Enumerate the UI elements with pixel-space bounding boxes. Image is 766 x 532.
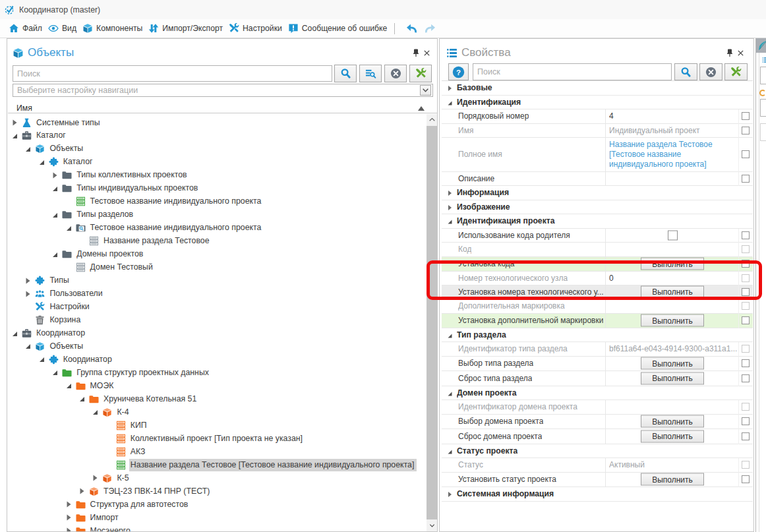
tree-item-label[interactable]: Мосэнерго bbox=[89, 525, 133, 531]
objects-search-input[interactable]: Поиск bbox=[13, 65, 332, 82]
row-checkbox[interactable] bbox=[742, 127, 750, 134]
tree-expander-expanded-icon[interactable] bbox=[9, 328, 20, 339]
tree-item-label[interactable]: Тестовое название индивидуального проект… bbox=[89, 222, 264, 234]
tree-item-label[interactable]: ТЭЦ-23 ПВК-14 ПНР (ТЕСТ) bbox=[102, 485, 212, 498]
row-checkbox[interactable] bbox=[742, 260, 750, 268]
tree-item[interactable]: Название раздела Тестовое bbox=[8, 235, 433, 248]
tree-expander-collapsed-icon[interactable] bbox=[63, 512, 74, 523]
tree-item[interactable]: Тестовое название индивидуального проект… bbox=[8, 222, 433, 235]
tree-item-label[interactable]: Типы bbox=[48, 274, 71, 287]
pin-icon[interactable] bbox=[726, 49, 734, 57]
tree-item-label[interactable]: Типы разделов bbox=[75, 208, 136, 221]
tree-expander-expanded-icon[interactable] bbox=[76, 394, 87, 404]
tree-item-label[interactable]: Пользователи bbox=[48, 287, 105, 300]
row-checkbox[interactable] bbox=[742, 403, 750, 411]
tree-item[interactable]: Типы коллективных проектов bbox=[8, 169, 433, 182]
property-row[interactable]: Использование кода родителя bbox=[442, 229, 753, 243]
group-expander-collapsed-icon[interactable] bbox=[446, 189, 453, 196]
property-row[interactable]: Идентификатор типа разделаbf611a64-e043-… bbox=[442, 342, 753, 357]
value-checkbox[interactable] bbox=[668, 230, 678, 240]
row-checkbox[interactable] bbox=[742, 432, 750, 440]
scroll-up-button[interactable] bbox=[427, 114, 437, 125]
property-group-row[interactable]: Изображение bbox=[442, 200, 753, 215]
tree-scrollbar[interactable] bbox=[427, 114, 437, 531]
tree-item-label[interactable]: К-4 bbox=[115, 406, 131, 419]
property-row[interactable]: Установить статус проектаВыполнить bbox=[442, 473, 753, 488]
property-group-row[interactable]: Идентификация bbox=[442, 96, 753, 110]
toolbar-item-3[interactable]: Компоненты bbox=[82, 23, 142, 34]
tree-item[interactable]: Настройки bbox=[8, 301, 433, 314]
tree-expander-collapsed-icon[interactable] bbox=[63, 525, 74, 531]
property-value[interactable]: bf611a64-e043-4914-9300-a311a1... bbox=[609, 344, 737, 353]
collapsed-side-panel[interactable] bbox=[755, 38, 766, 532]
tree-item[interactable]: Коллективный проект [Тип проекта не указ… bbox=[8, 432, 433, 445]
tree-item[interactable]: Корзина bbox=[8, 314, 433, 327]
property-value[interactable]: 0 bbox=[609, 274, 614, 283]
tree-item-label[interactable]: Типы индивидуальных проектов bbox=[75, 182, 200, 194]
toolbar-item-2[interactable]: Вид bbox=[48, 23, 76, 34]
tree-item[interactable]: Домен Тестовый bbox=[8, 261, 433, 274]
tree-expander-expanded-icon[interactable] bbox=[49, 367, 60, 378]
tree-item-label[interactable]: Координатор bbox=[35, 327, 88, 340]
property-row[interactable]: Дополнительная маркировка bbox=[442, 299, 753, 314]
tree-item-label[interactable]: Координатор bbox=[62, 353, 115, 366]
tree-item[interactable]: КИП bbox=[8, 419, 433, 432]
tree-item[interactable]: Координатор bbox=[8, 327, 433, 340]
group-expander-expanded-icon[interactable] bbox=[446, 99, 453, 105]
tree-expander-expanded-icon[interactable] bbox=[90, 407, 100, 417]
tree-item[interactable]: Название раздела Тестовое [Тестовое назв… bbox=[8, 458, 433, 471]
tree-expander-collapsed-icon[interactable] bbox=[63, 499, 74, 510]
tree-item[interactable]: К-4 bbox=[8, 405, 433, 419]
combo-dropdown-button[interactable] bbox=[420, 85, 431, 96]
execute-button[interactable]: Выполнить bbox=[641, 357, 704, 370]
tree-item[interactable]: Каталог bbox=[8, 156, 433, 169]
tree-item-label[interactable]: Название раздела Тестовое bbox=[102, 235, 212, 247]
properties-search-input[interactable]: Поиск bbox=[473, 63, 672, 80]
tree-item[interactable]: Объекты bbox=[8, 340, 433, 353]
tree-item-label[interactable]: К-5 bbox=[115, 472, 131, 485]
clear-circle-button[interactable] bbox=[699, 63, 722, 80]
tree-expander-expanded-icon[interactable] bbox=[9, 131, 20, 141]
redo-button[interactable] bbox=[423, 23, 437, 34]
undo-button[interactable] bbox=[405, 23, 419, 34]
tree-item-label[interactable]: Каталог bbox=[35, 129, 69, 142]
toolbar-item-4[interactable]: Импорт/Экспорт bbox=[148, 23, 223, 34]
tree-item[interactable]: Каталог bbox=[8, 129, 433, 142]
group-expander-expanded-icon[interactable] bbox=[446, 448, 453, 454]
row-checkbox[interactable] bbox=[742, 150, 750, 158]
toolbar-item-6[interactable]: Сообщение об ошибке bbox=[288, 23, 387, 34]
row-checkbox[interactable] bbox=[742, 374, 750, 382]
toolbar-item-5[interactable]: Настройки bbox=[229, 23, 282, 34]
property-value[interactable]: Название раздела Тестовое [Тестовое назв… bbox=[609, 140, 733, 169]
property-row[interactable]: Порядковый номер4 bbox=[442, 109, 753, 124]
tree-expander-collapsed-icon[interactable] bbox=[22, 289, 33, 299]
row-checkbox[interactable] bbox=[742, 175, 750, 183]
tree-item[interactable]: Хруничева Котельная 51 bbox=[8, 392, 433, 405]
tree-item-label[interactable]: Настройки bbox=[48, 301, 92, 313]
tree-item-label[interactable]: Группа структур проектных данных bbox=[75, 367, 212, 379]
tree-expander-expanded-icon[interactable] bbox=[22, 341, 33, 351]
tree-expander-collapsed-icon[interactable] bbox=[76, 486, 87, 496]
tree-item[interactable]: МОЭК bbox=[8, 379, 433, 392]
tree-item-label[interactable]: Объекты bbox=[48, 142, 86, 155]
tree-expander-expanded-icon[interactable] bbox=[49, 183, 60, 194]
row-checkbox[interactable] bbox=[742, 112, 750, 120]
row-checkbox[interactable] bbox=[742, 274, 750, 282]
tree-item-label[interactable]: Корзина bbox=[48, 314, 83, 326]
tree-item[interactable]: Домены проектов bbox=[8, 248, 433, 261]
tree-item-label[interactable]: КИП bbox=[129, 419, 150, 432]
execute-button[interactable]: Выполнить bbox=[641, 314, 704, 327]
property-row[interactable]: Описание bbox=[442, 172, 753, 187]
execute-button[interactable]: Выполнить bbox=[641, 285, 704, 298]
property-row[interactable]: ИмяИндивидуальный проект bbox=[442, 124, 753, 138]
close-icon[interactable] bbox=[424, 50, 430, 56]
tree-item-label[interactable]: Название раздела Тестовое [Тестовое назв… bbox=[129, 459, 417, 471]
tree-item[interactable]: Тестовое название индивидуального проект… bbox=[8, 195, 433, 208]
toolbar-item-1[interactable]: Файл bbox=[9, 23, 42, 34]
property-row[interactable]: Установка дополнительной маркировкиВыпол… bbox=[442, 314, 753, 328]
group-expander-expanded-icon[interactable] bbox=[446, 390, 453, 396]
tree-item-label[interactable]: Каталог bbox=[62, 156, 96, 168]
scroll-down-button[interactable] bbox=[427, 520, 437, 531]
group-expander-expanded-icon[interactable] bbox=[446, 332, 453, 338]
search-list-button[interactable] bbox=[359, 65, 382, 82]
